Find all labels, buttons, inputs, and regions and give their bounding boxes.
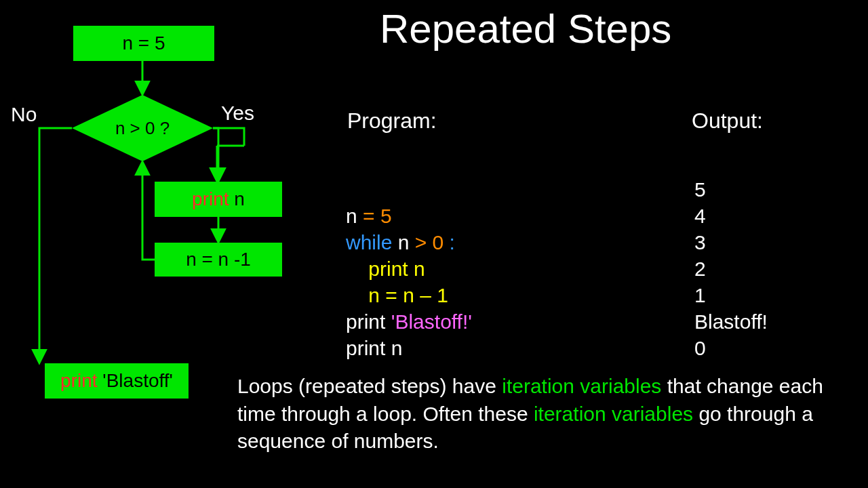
slide-title: Repeated Steps — [380, 5, 671, 52]
term-iteration-variables: iteration variables — [534, 403, 693, 425]
flow-decision-text: n > 0 ? — [115, 118, 170, 139]
flow-decision-shape: n > 0 ? — [72, 95, 213, 161]
code-line-1: n = 5 — [346, 205, 392, 227]
flow-blastoff-keyword: print — [60, 370, 102, 391]
output-line: 0 — [694, 335, 768, 361]
code-line-5: print 'Blastoff!' — [346, 310, 472, 333]
output-line: 2 — [694, 256, 768, 282]
code-line-6: print n — [346, 337, 402, 359]
program-heading: Program: — [347, 108, 437, 134]
flow-decision: n > 0 ? — [72, 95, 213, 161]
output-line: 5 — [694, 176, 768, 203]
flow-box-decrement: n = n -1 — [155, 243, 282, 277]
output-line: 3 — [694, 229, 768, 256]
code-line-3: print n — [346, 258, 425, 280]
program-output: 5 4 3 2 1 Blastoff! 0 — [694, 176, 768, 361]
flow-decrement-text: n = n -1 — [186, 249, 251, 270]
program-code: n = 5 while n > 0 : print n n = n – 1 pr… — [346, 176, 472, 361]
flow-print-var: n — [234, 188, 245, 209]
code-line-2: while n > 0 : — [346, 231, 455, 253]
code-line-4: n = n – 1 — [346, 284, 448, 306]
decision-no-label: No — [11, 103, 37, 126]
decision-yes-label: Yes — [221, 102, 254, 125]
output-heading: Output: — [692, 108, 763, 134]
flow-print-keyword: print — [192, 188, 234, 209]
flow-blastoff-text: 'Blastoff' — [102, 370, 173, 391]
output-line: 1 — [694, 282, 768, 308]
output-line: 4 — [694, 203, 768, 229]
description-text: Loops (repeated steps) have iteration va… — [237, 373, 861, 455]
output-line: Blastoff! — [694, 308, 768, 335]
flow-box-print-n: print n — [155, 182, 282, 217]
term-iteration-variables: iteration variables — [502, 375, 661, 397]
flow-box-init: n = 5 — [73, 26, 214, 61]
flow-init-text: n = 5 — [122, 33, 165, 54]
flow-box-blastoff: print 'Blastoff' — [45, 363, 189, 399]
